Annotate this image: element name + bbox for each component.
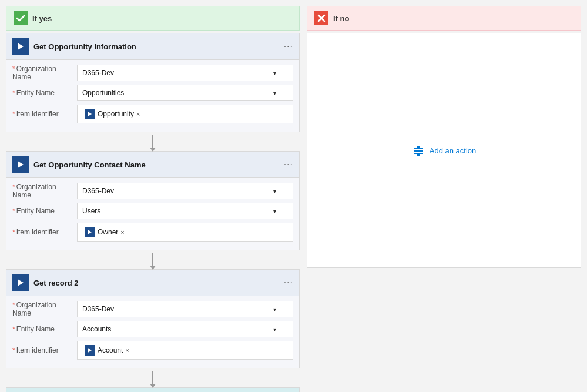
if-yes-label: If yes xyxy=(32,14,52,23)
left-branch-container: If yes Get Opportunity Information ··· *… xyxy=(6,6,300,392)
dropdown-arrow-org-1: ▾ xyxy=(273,70,276,76)
svg-marker-4 xyxy=(18,279,24,286)
arrow-1 xyxy=(152,135,153,149)
add-action-label-right: Add an action xyxy=(430,146,477,155)
token-remove-owner[interactable]: × xyxy=(120,229,124,236)
action-header-get-record2: Get record 2 ··· xyxy=(6,270,299,296)
field-label-org-3: *Organization Name xyxy=(12,301,77,317)
dropdown-entity-2[interactable]: Users ▾ xyxy=(77,203,293,219)
right-branch-container: If no Add an action xyxy=(307,6,581,392)
dropdown-entity-1[interactable]: Opportunities ▾ xyxy=(77,85,293,101)
field-row-entity-2: *Entity Name Users ▾ xyxy=(12,203,293,219)
dots-menu-opportunity[interactable]: ··· xyxy=(284,41,293,52)
field-label-entity-3: *Entity Name xyxy=(12,325,77,333)
token-text-opportunity: Opportunity xyxy=(98,110,134,118)
action-title-contact: Get Opportunity Contact Name xyxy=(33,160,279,169)
dots-menu-contact[interactable]: ··· xyxy=(284,159,293,170)
token-remove-opportunity[interactable]: × xyxy=(136,110,140,118)
arrow-2 xyxy=(152,253,153,267)
token-text-account: Account xyxy=(98,346,123,354)
token-remove-account[interactable]: × xyxy=(125,347,129,354)
token-icon-opportunity xyxy=(85,109,95,119)
svg-marker-2 xyxy=(18,161,24,168)
token-field-item-1[interactable]: Opportunity × xyxy=(77,105,293,123)
dropdown-arrow-entity-3: ▾ xyxy=(273,326,276,333)
field-row-item-2: *Item identifier Owner × xyxy=(12,223,293,242)
field-label-entity-2: *Entity Name xyxy=(12,207,77,215)
action-card-get-contact: Get Opportunity Contact Name ··· *Organi… xyxy=(6,151,300,250)
field-label-entity-1: *Entity Name xyxy=(12,89,77,97)
svg-rect-15 xyxy=(414,150,423,152)
field-row-org-3: *Organization Name D365-Dev ▾ xyxy=(12,301,293,317)
dropdown-org-3[interactable]: D365-Dev ▾ xyxy=(77,301,293,317)
yes-icon xyxy=(14,11,28,25)
dots-menu-record2[interactable]: ··· xyxy=(284,277,293,288)
connector-1 xyxy=(6,132,300,151)
if-yes-header: If yes xyxy=(6,6,300,31)
dropdown-org-2[interactable]: D365-Dev ▾ xyxy=(77,183,293,199)
action-card-get-record2: Get record 2 ··· *Organization Name D365… xyxy=(6,269,300,368)
field-label-org-1: *Organization Name xyxy=(12,65,77,81)
token-icon-owner xyxy=(85,227,95,237)
dropdown-entity-3[interactable]: Accounts ▾ xyxy=(77,321,293,337)
field-control-entity-3[interactable]: Accounts ▾ xyxy=(77,321,293,337)
action-header-get-contact: Get Opportunity Contact Name ··· xyxy=(6,152,299,178)
if-no-header: If no xyxy=(307,6,581,31)
action-title-opportunity: Get Opportunity Information xyxy=(33,42,279,51)
dropdown-arrow-org-2: ▾ xyxy=(273,188,276,195)
action-icon-opportunity xyxy=(12,38,29,55)
token-account: Account × xyxy=(82,344,132,357)
action-title-record2: Get record 2 xyxy=(33,279,279,287)
field-row-org-name-1: *Organization Name D365-Dev ▾ xyxy=(12,65,293,81)
right-panel-empty: Add an action xyxy=(307,33,581,268)
svg-rect-14 xyxy=(414,148,423,149)
action-icon-record2 xyxy=(12,274,29,291)
token-field-item-2[interactable]: Owner × xyxy=(77,223,293,242)
field-label-item-3: *Item identifier xyxy=(12,346,77,354)
action-body-record2: *Organization Name D365-Dev ▾ *Entity Na… xyxy=(6,296,299,368)
field-control-org-1[interactable]: D365-Dev ▾ xyxy=(77,65,293,81)
token-icon-account xyxy=(85,345,95,356)
connector-2 xyxy=(6,250,300,269)
field-label-item-1: *Item identifier xyxy=(12,110,77,118)
dropdown-arrow-entity-1: ▾ xyxy=(273,90,276,96)
field-label-org-2: *Organization Name xyxy=(12,183,77,199)
field-row-entity-3: *Entity Name Accounts ▾ xyxy=(12,321,293,337)
svg-rect-17 xyxy=(417,146,420,148)
dropdown-arrow-entity-2: ▾ xyxy=(273,208,276,215)
field-row-entity-1: *Entity Name Opportunities ▾ xyxy=(12,85,293,101)
add-action-icon-right xyxy=(412,144,425,157)
action-body-contact: *Organization Name D365-Dev ▾ *Entity Na… xyxy=(6,178,299,250)
token-text-owner: Owner xyxy=(98,228,118,236)
if-no-label: If no xyxy=(333,14,349,23)
field-label-item-2: *Item identifier xyxy=(12,228,77,236)
action-header-send-email: Send an email notification (V3) 2 (Previ… xyxy=(6,388,299,392)
action-body-opportunity: *Organization Name D365-Dev ▾ *Entity Na… xyxy=(6,60,299,132)
svg-marker-5 xyxy=(88,348,92,353)
token-opportunity: Opportunity × xyxy=(82,108,142,120)
field-row-org-2: *Organization Name D365-Dev ▾ xyxy=(12,183,293,199)
token-owner: Owner × xyxy=(82,226,127,239)
field-control-item-3[interactable]: Account × xyxy=(77,341,293,360)
field-control-org-3[interactable]: D365-Dev ▾ xyxy=(77,301,293,317)
token-field-item-3[interactable]: Account × xyxy=(77,341,293,360)
svg-rect-18 xyxy=(417,154,420,156)
svg-marker-0 xyxy=(18,43,24,50)
svg-marker-3 xyxy=(88,230,92,234)
action-header-get-opportunity: Get Opportunity Information ··· xyxy=(6,33,299,60)
connector-3 xyxy=(6,368,300,387)
field-control-entity-2[interactable]: Users ▾ xyxy=(77,203,293,219)
field-control-item-1[interactable]: Opportunity × xyxy=(77,105,293,123)
action-card-send-email: Send an email notification (V3) 2 (Previ… xyxy=(6,387,300,392)
action-card-get-opportunity: Get Opportunity Information ··· *Organiz… xyxy=(6,33,300,132)
dropdown-org-1[interactable]: D365-Dev ▾ xyxy=(77,65,293,81)
arrow-3 xyxy=(152,371,153,385)
field-control-org-2[interactable]: D365-Dev ▾ xyxy=(77,183,293,199)
dropdown-arrow-org-3: ▾ xyxy=(273,306,276,313)
add-action-right[interactable]: Add an action xyxy=(412,144,477,157)
action-icon-contact xyxy=(12,156,29,173)
field-control-item-2[interactable]: Owner × xyxy=(77,223,293,242)
field-row-item-1: *Item identifier Opportunity xyxy=(12,105,293,123)
field-control-entity-1[interactable]: Opportunities ▾ xyxy=(77,85,293,101)
no-icon xyxy=(314,11,328,25)
